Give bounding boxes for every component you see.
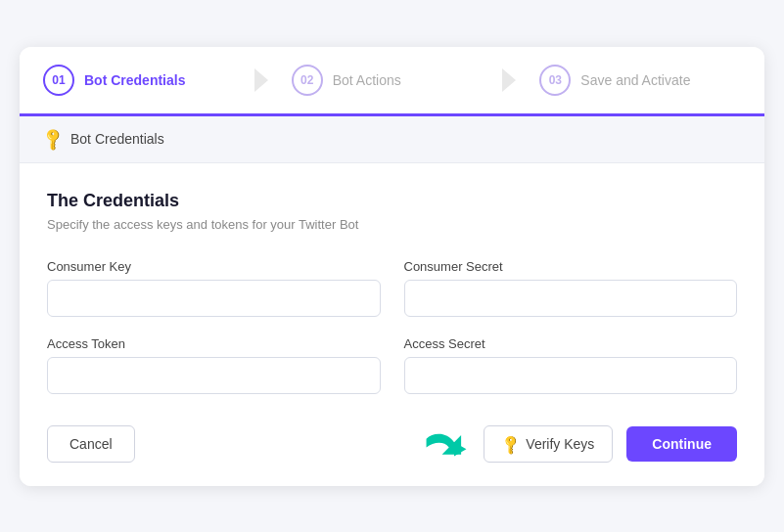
teal-arrow-icon (423, 426, 470, 462)
footer-right: 🔑 Verify Keys Continue (423, 425, 737, 463)
step-3-circle: 03 (539, 65, 571, 96)
form-footer: Cancel 🔑 Verify Keys Continue (47, 418, 737, 463)
section-title: Bot Credentials (70, 131, 164, 147)
step-1-circle: 01 (43, 65, 74, 96)
step-2-circle: 02 (292, 65, 323, 96)
form-title: The Credentials (47, 191, 737, 211)
access-secret-label: Access Secret (404, 336, 738, 351)
access-secret-input[interactable] (404, 357, 738, 394)
form-row-1: Consumer Key Consumer Secret (47, 259, 737, 317)
step-1-label: Bot Credentials (84, 72, 185, 88)
step-2-label: Bot Actions (333, 72, 401, 88)
verify-key-icon: 🔑 (499, 432, 522, 455)
step-2[interactable]: 02 Bot Actions (268, 47, 517, 113)
cancel-button[interactable]: Cancel (47, 425, 135, 463)
continue-button[interactable]: Continue (626, 426, 737, 462)
consumer-key-group: Consumer Key (47, 259, 381, 317)
step-3[interactable]: 03 Save and Activate (516, 47, 764, 113)
form-subtitle: Specify the access keys and tokens for y… (47, 217, 737, 232)
access-token-label: Access Token (47, 336, 381, 351)
consumer-key-label: Consumer Key (47, 259, 381, 274)
consumer-secret-label: Consumer Secret (404, 259, 738, 274)
form-area: The Credentials Specify the access keys … (20, 163, 764, 486)
step-1[interactable]: 01 Bot Credentials (20, 47, 268, 113)
stepper: 01 Bot Credentials 02 Bot Actions 03 Sav… (20, 47, 764, 116)
access-token-group: Access Token (47, 336, 381, 394)
access-secret-group: Access Secret (404, 336, 738, 394)
consumer-secret-group: Consumer Secret (404, 259, 738, 317)
verify-keys-button[interactable]: 🔑 Verify Keys (484, 425, 613, 463)
key-icon: 🔑 (39, 125, 67, 153)
section-header: 🔑 Bot Credentials (20, 116, 764, 163)
wizard-container: 01 Bot Credentials 02 Bot Actions 03 Sav… (20, 47, 764, 486)
consumer-secret-input[interactable] (404, 280, 738, 317)
step-3-label: Save and Activate (580, 72, 690, 88)
consumer-key-input[interactable] (47, 280, 381, 317)
form-row-2: Access Token Access Secret (47, 336, 737, 394)
access-token-input[interactable] (47, 357, 381, 394)
